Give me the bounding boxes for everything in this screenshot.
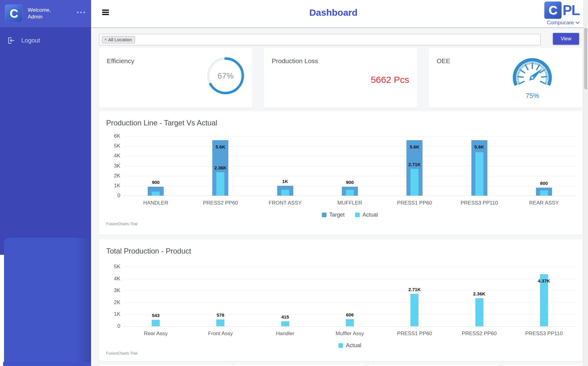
y-tick-label: 2K: [106, 173, 120, 179]
bar-actual[interactable]: [281, 190, 289, 196]
category-label: Front Assy: [188, 331, 253, 337]
bar-actual[interactable]: [346, 319, 354, 326]
category-label: Rear Assy: [123, 331, 188, 337]
y-axis: 6K5K4K3K2K1K0: [106, 136, 123, 196]
sidebar-header: C Welcome, Admin •••: [0, 0, 91, 27]
brand-block: C PL Compucare: [544, 2, 579, 26]
category-label: PRESS3 PP110: [512, 331, 576, 337]
main-content: Dashboard C PL Compucare × All Location …: [91, 0, 588, 366]
oee-value: 75%: [509, 92, 555, 100]
y-tick-label: 0: [106, 193, 120, 199]
legend-item-target[interactable]: Target: [322, 212, 345, 218]
y-tick-label: 5K: [106, 143, 120, 149]
welcome-text: Welcome, Admin: [28, 7, 51, 20]
bar-actual[interactable]: [410, 294, 418, 326]
bottom-card-stub: [235, 364, 365, 366]
bar-actual[interactable]: [410, 169, 418, 196]
gridline: [123, 326, 576, 327]
legend-label: Target: [329, 212, 345, 218]
chart-legend: TargetActual: [123, 212, 576, 218]
bar-actual[interactable]: [281, 321, 289, 326]
top-bar: Dashboard C PL Compucare: [91, 0, 588, 27]
category-label: MUFFLER: [318, 200, 382, 206]
welcome-line2: Admin: [28, 14, 51, 20]
bar-actual[interactable]: [540, 190, 548, 196]
sidebar-menu-dots-icon[interactable]: •••: [77, 9, 86, 18]
bar-actual[interactable]: [152, 192, 160, 196]
bar-column: 543: [123, 267, 188, 326]
company-name: Compucare: [547, 20, 574, 26]
vertical-scrollbar-track[interactable]: [583, 0, 588, 366]
app-logo: C: [5, 5, 23, 22]
efficiency-value: 67%: [206, 56, 246, 96]
y-tick-label: 3K: [106, 163, 120, 169]
sidebar-bottom-strip: [3, 362, 91, 366]
brand-logo: C: [544, 2, 562, 19]
sidebar-white-strip: [0, 255, 4, 366]
view-button[interactable]: View: [553, 33, 579, 45]
plot-area: 5435784156062.71K2.36K4.37K: [123, 267, 576, 326]
company-dropdown[interactable]: Compucare: [547, 20, 579, 26]
logout-icon: [7, 36, 15, 45]
bar-actual[interactable]: [216, 172, 224, 196]
oee-gauge-icon: [509, 54, 555, 92]
logout-label: Logout: [21, 37, 40, 44]
efficiency-title: Efficiency: [107, 57, 134, 65]
y-tick-label: 6K: [106, 133, 120, 139]
bottom-card-stub: [503, 364, 582, 366]
chart-panel-total-production: Total Production - Product 5K4K3K2K1K0 5…: [99, 239, 582, 361]
value-label: 900: [152, 180, 160, 185]
category-label: Muffler Assy: [318, 331, 382, 337]
bar-column: 5.6K2.71K: [382, 136, 447, 196]
efficiency-donut-chart: 67%: [206, 56, 246, 96]
brand-logo-suffix: PL: [562, 2, 579, 19]
legend-item-actual[interactable]: Actual: [355, 212, 378, 218]
category-label: PRESS1 PP60: [382, 331, 447, 337]
bar-column: 5.6K2.36K: [188, 136, 253, 196]
value-label: 2.71K: [408, 162, 421, 167]
legend-label: Actual: [362, 212, 378, 218]
bar-actual[interactable]: [346, 190, 354, 196]
production-loss-value: 5662 Pcs: [371, 75, 409, 85]
bar-actual[interactable]: [152, 320, 160, 326]
legend-item-actual[interactable]: Actual: [338, 342, 361, 349]
bar-actual[interactable]: [216, 319, 224, 326]
sidebar: C Welcome, Admin ••• Logout: [0, 0, 91, 366]
value-label: 4.37K: [538, 278, 550, 283]
bar-column: 800: [512, 136, 576, 196]
bar-actual[interactable]: [475, 152, 483, 196]
bar-columns: 5435784156062.71K2.36K4.37K: [123, 267, 576, 326]
value-label: 415: [281, 314, 289, 319]
value-label: 1K: [282, 179, 288, 184]
bar-column: 900: [318, 136, 382, 196]
value-label: 800: [540, 181, 548, 186]
value-label: 578: [217, 312, 224, 318]
legend-swatch: [338, 343, 343, 348]
oee-card: OEE 75%: [429, 48, 582, 108]
y-axis: 5K4K3K2K1K0: [106, 267, 123, 326]
fusioncharts-watermark: FusionCharts Trial: [106, 222, 137, 226]
category-label: PRESS3 PP110: [447, 200, 511, 206]
bottom-card-stub: [369, 364, 499, 366]
sidebar-item-logout[interactable]: Logout: [0, 33, 91, 47]
sidebar-subpanel: [4, 238, 91, 362]
chart-title: Production Line - Target Vs Actual: [106, 119, 217, 127]
value-label: 606: [346, 312, 354, 317]
welcome-line1: Welcome,: [28, 7, 51, 14]
location-filter-input[interactable]: × All Location: [99, 34, 541, 45]
bar-column: 5.6K: [447, 136, 511, 196]
bar-column: 2.71K: [382, 267, 447, 326]
production-loss-card: Production Loss 5662 Pcs: [264, 48, 417, 108]
category-label: PRESS2 PP60: [447, 331, 511, 337]
chip-remove-icon[interactable]: ×: [104, 37, 107, 42]
bar-column: 415: [253, 267, 318, 326]
legend-label: Actual: [346, 342, 361, 349]
vertical-scrollbar-thumb[interactable]: [584, 28, 587, 89]
brand-logo-letter: C: [549, 3, 558, 17]
bar-actual[interactable]: [475, 298, 483, 326]
location-chip[interactable]: × All Location: [102, 36, 135, 43]
chart-legend: Actual: [123, 342, 576, 349]
y-tick-label: 5K: [106, 264, 120, 270]
category-label: PRESS1 PP60: [382, 200, 447, 206]
bar-column: 606: [318, 267, 382, 326]
